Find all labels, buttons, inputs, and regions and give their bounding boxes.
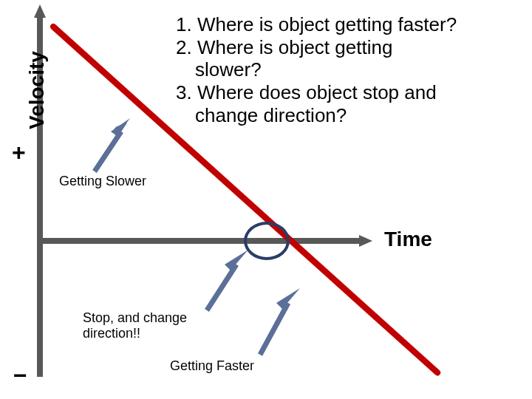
stop-change-arrow-icon (200, 250, 251, 316)
question-2a: 2. Where is object getting (176, 36, 523, 59)
stop-change-line1: Stop, and change (83, 310, 187, 325)
svg-line-6 (260, 303, 288, 355)
question-3a: 3. Where does object stop and (176, 81, 523, 104)
stop-change-label: Stop, and change direction!! (83, 310, 201, 341)
y-axis-arrowhead-icon (34, 4, 46, 18)
question-list: 1. Where is object getting faster? 2. Wh… (176, 13, 523, 126)
diagram-stage: Velocity + − Time 1. Where is object get… (0, 0, 532, 399)
y-axis-minus-icon: − (13, 362, 27, 389)
stop-change-line2: direction!! (83, 326, 140, 341)
y-axis-plus-icon: + (12, 139, 26, 166)
getting-faster-label: Getting Faster (170, 358, 254, 374)
x-axis (37, 238, 362, 244)
svg-line-4 (207, 265, 236, 310)
svg-line-0 (95, 132, 121, 171)
question-1: 1. Where is object getting faster? (176, 13, 523, 36)
getting-faster-arrow-icon (251, 287, 303, 361)
getting-slower-arrow-icon (89, 118, 133, 177)
question-2b: slower? (176, 58, 523, 81)
x-axis-arrowhead-icon (359, 235, 372, 247)
question-3b: change direction? (176, 104, 523, 127)
y-axis-label: Velocity (25, 51, 49, 129)
x-axis-label: Time (384, 228, 432, 251)
